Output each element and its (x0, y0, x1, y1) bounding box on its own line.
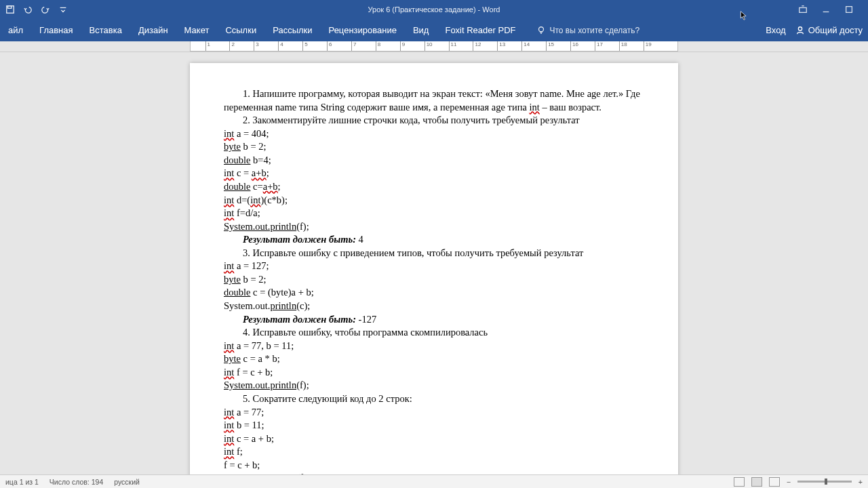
quick-access-toolbar (0, 3, 73, 16)
ribbon-options-icon[interactable] (797, 4, 808, 15)
minimize-icon[interactable] (821, 4, 831, 15)
web-layout-icon[interactable] (769, 477, 780, 487)
tell-me[interactable]: Что вы хотите сделать? (536, 26, 640, 35)
zoom-slider[interactable] (797, 481, 852, 483)
tab-mailings[interactable]: Рассылки (264, 19, 320, 41)
tell-me-label: Что вы хотите сделать? (550, 26, 640, 35)
page-indicator[interactable]: ица 1 из 1 (5, 478, 39, 486)
tab-design[interactable]: Дизайн (130, 19, 176, 41)
title-bar: Урок 6 (Практическое задание) - Word (0, 0, 868, 19)
document-workspace[interactable]: 1. Напишите программу, которая выводит н… (0, 52, 868, 474)
qat-dropdown-icon[interactable] (57, 3, 69, 16)
svg-point-5 (798, 26, 802, 30)
read-mode-icon[interactable] (734, 477, 745, 487)
undo-icon[interactable] (22, 3, 34, 16)
tab-references[interactable]: Ссылки (217, 19, 264, 41)
svg-rect-3 (846, 7, 852, 13)
person-icon (795, 26, 805, 35)
zoom-out-icon[interactable]: − (787, 478, 791, 486)
status-bar: ица 1 из 1 Число слов: 194 русский − + (0, 474, 868, 488)
redo-icon[interactable] (39, 3, 52, 16)
zoom-in-icon[interactable]: + (859, 478, 863, 486)
maximize-icon[interactable] (844, 4, 854, 15)
window-controls (797, 4, 868, 15)
login-link[interactable]: Вход (766, 25, 785, 35)
svg-rect-1 (8, 6, 12, 9)
print-layout-icon[interactable] (751, 477, 762, 487)
ruler-scale: 1 2 3 4 5 6 7 8 9 10 11 12 13 14 15 16 1… (190, 41, 678, 52)
horizontal-ruler[interactable]: 1 2 3 4 5 6 7 8 9 10 11 12 13 14 15 16 1… (0, 41, 868, 52)
document-page[interactable]: 1. Напишите программу, которая выводит н… (190, 63, 678, 474)
tab-review[interactable]: Рецензирование (321, 19, 405, 41)
svg-rect-2 (800, 7, 807, 12)
tab-view[interactable]: Вид (405, 19, 437, 41)
tab-layout[interactable]: Макет (176, 19, 218, 41)
share-button[interactable]: Общий досту (795, 25, 863, 35)
tab-file[interactable]: айл (0, 19, 31, 41)
language-indicator[interactable]: русский (114, 478, 140, 486)
word-count[interactable]: Число слов: 194 (50, 478, 103, 486)
tab-insert[interactable]: Вставка (81, 19, 130, 41)
tab-home[interactable]: Главная (31, 19, 81, 41)
ribbon-tabs: айл Главная Вставка Дизайн Макет Ссылки … (0, 19, 868, 41)
svg-point-4 (538, 26, 543, 31)
tab-foxit[interactable]: Foxit Reader PDF (437, 19, 524, 41)
bulb-icon (536, 26, 546, 35)
document-title: Урок 6 (Практическое задание) - Word (368, 5, 500, 14)
share-label: Общий досту (808, 25, 863, 35)
save-icon[interactable] (4, 3, 16, 16)
